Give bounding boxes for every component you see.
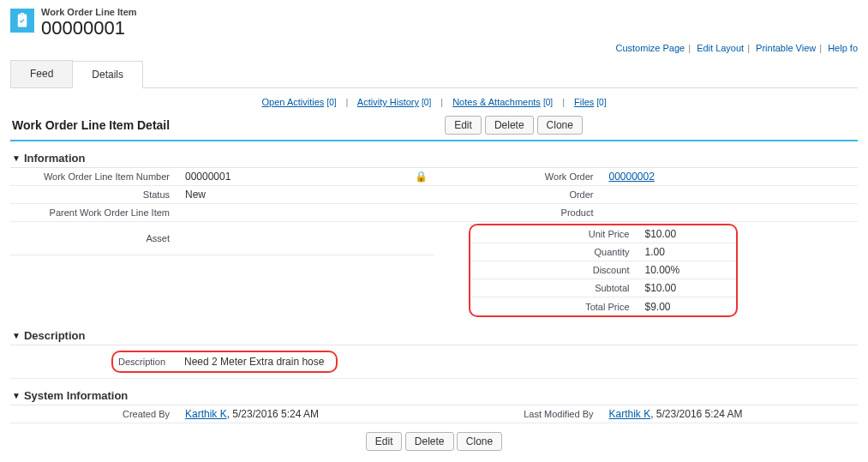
page-action-links: Customize Page| Edit Layout| Printable V… [10,43,858,53]
modified-at: , 5/23/2016 5:24 AM [650,408,742,420]
status-value: New [182,187,434,202]
subtotal-label: Subtotal [470,281,642,295]
entity-label: Work Order Line Item [41,7,137,17]
parent-value [182,211,434,214]
section-information[interactable]: ▼ Information [10,147,858,168]
product-value [606,211,859,214]
quantity-value: 1.00 [642,244,737,260]
tab-details[interactable]: Details [72,61,143,88]
collapse-icon: ▼ [12,331,21,340]
description-highlight-box: Description Need 2 Meter Extra drain hos… [111,351,338,373]
order-label: Order [434,188,606,201]
section-system-information[interactable]: ▼ System Information [10,384,858,405]
discount-label: Discount [470,263,642,277]
notes-attachments-count: [0] [543,98,553,107]
customize-page-link[interactable]: Customize Page [615,43,685,53]
created-at: , 5/23/2016 5:24 AM [227,408,319,420]
section-description[interactable]: ▼ Description [10,324,858,345]
line-number-label: Work Order Line Item Number [10,170,182,183]
modified-by-label: Last Modified By [434,407,606,421]
edit-layout-link[interactable]: Edit Layout [697,43,744,53]
order-value [606,193,859,196]
total-price-value: $9.00 [642,299,737,315]
subtotal-value: $10.00 [642,280,737,296]
tabs: Feed Details [10,60,858,88]
footer-buttons: Edit Delete Clone [10,423,858,459]
quantity-label: Quantity [470,245,642,259]
delete-button[interactable]: Delete [485,116,534,135]
unit-price-value: $10.00 [642,226,737,242]
discount-value: 10.00% [642,262,737,278]
system-info-fields: Created By Karthik K, 5/23/2016 5:24 AM … [10,405,858,423]
help-link[interactable]: Help fo [828,43,858,53]
parent-label: Parent Work Order Line Item [10,206,182,219]
notes-attachments-link[interactable]: Notes & Attachments [452,97,541,107]
related-lists-nav: Open Activities [0] | Activity History [… [10,88,858,112]
collapse-icon: ▼ [12,153,21,163]
activity-history-link[interactable]: Activity History [357,97,419,107]
activity-history-count: [0] [422,98,431,107]
files-link[interactable]: Files [574,97,594,107]
pricing-highlight-box: Unit Price $10.00 Quantity 1.00 Discount… [469,224,739,317]
description-value: Need 2 Meter Extra drain hose [181,354,327,369]
line-number-value: 00000001 [182,169,415,184]
information-fields: Work Order Line Item Number 00000001 🔒 W… [10,168,858,319]
edit-button[interactable]: Edit [445,116,482,135]
clone-button[interactable]: Clone [537,116,583,135]
asset-label: Asset [10,231,182,245]
status-label: Status [10,188,182,201]
modified-by-link[interactable]: Karthik K [609,408,651,420]
edit-button-footer[interactable]: Edit [366,432,403,451]
delete-button-footer[interactable]: Delete [405,432,454,451]
unit-price-label: Unit Price [470,227,642,241]
clone-button-footer[interactable]: Clone [457,432,502,451]
created-by-link[interactable]: Karthik K [185,408,227,420]
product-label: Product [434,206,606,219]
collapse-icon: ▼ [12,391,21,400]
lock-icon: 🔒 [415,171,434,183]
clipboard-check-icon [10,9,34,33]
printable-view-link[interactable]: Printable View [756,43,816,53]
work-order-link[interactable]: 00000002 [609,171,655,183]
record-number: 00000001 [41,17,137,39]
detail-title: Work Order Line Item Detail [10,118,170,132]
open-activities-count: [0] [326,98,336,107]
open-activities-link[interactable]: Open Activities [262,97,325,107]
total-price-label: Total Price [470,300,642,314]
tab-feed[interactable]: Feed [10,60,73,87]
asset-value [182,237,434,240]
description-label: Description [115,355,181,369]
files-count: [0] [596,98,606,107]
detail-header: Work Order Line Item Detail Edit Delete … [10,112,858,141]
created-by-label: Created By [10,407,182,421]
page-header: Work Order Line Item 00000001 [10,7,858,39]
work-order-label: Work Order [434,170,606,183]
